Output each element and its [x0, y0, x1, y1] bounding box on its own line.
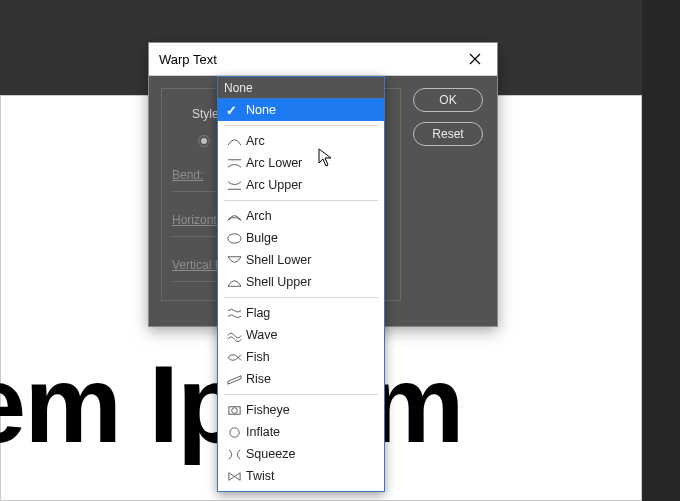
inflate-icon	[226, 424, 242, 440]
dropdown-item-twist[interactable]: Twist	[218, 465, 384, 487]
bulge-icon	[226, 230, 242, 246]
dropdown-item-arch[interactable]: Arch	[218, 205, 384, 227]
dropdown-separator	[224, 125, 378, 126]
svg-point-3	[229, 427, 238, 436]
dropdown-item-shell-lower[interactable]: Shell Lower	[218, 249, 384, 271]
dropdown-item-flag[interactable]: Flag	[218, 302, 384, 324]
wave-icon	[226, 327, 242, 343]
dropdown-item-shell-upper[interactable]: Shell Upper	[218, 271, 384, 293]
style-label: Style:	[172, 107, 222, 121]
shell-upper-icon	[226, 274, 242, 290]
twist-icon	[226, 468, 242, 484]
dialog-buttons: OK Reset	[413, 88, 483, 146]
rise-icon	[226, 371, 242, 387]
fisheye-icon	[226, 402, 242, 418]
dropdown-separator	[224, 297, 378, 298]
dropdown-header: None	[218, 77, 384, 99]
close-icon	[469, 53, 481, 65]
dropdown-item-none[interactable]: ✓ None	[218, 99, 384, 121]
squeeze-icon	[226, 446, 242, 462]
dropdown-item-arc-upper[interactable]: Arc Upper	[218, 174, 384, 196]
arc-upper-icon	[226, 177, 242, 193]
dropdown-item-arc-lower[interactable]: Arc Lower	[218, 152, 384, 174]
arc-lower-icon	[226, 155, 242, 171]
dropdown-item-fisheye[interactable]: Fisheye	[218, 399, 384, 421]
dropdown-item-squeeze[interactable]: Squeeze	[218, 443, 384, 465]
shell-lower-icon	[226, 252, 242, 268]
reset-button[interactable]: Reset	[413, 122, 483, 146]
horizontal-radio[interactable]	[198, 135, 210, 147]
ok-button[interactable]: OK	[413, 88, 483, 112]
arch-icon	[226, 208, 242, 224]
dialog-titlebar[interactable]: Warp Text	[149, 43, 497, 76]
dropdown-item-inflate[interactable]: Inflate	[218, 421, 384, 443]
close-button[interactable]	[463, 49, 487, 69]
dropdown-separator	[224, 200, 378, 201]
dropdown-item-fish[interactable]: Fish	[218, 346, 384, 368]
svg-point-2	[231, 407, 237, 413]
dropdown-separator	[224, 394, 378, 395]
fish-icon	[226, 349, 242, 365]
dropdown-item-arc[interactable]: Arc	[218, 130, 384, 152]
svg-point-0	[227, 233, 240, 242]
dialog-title: Warp Text	[159, 52, 217, 67]
dropdown-item-bulge[interactable]: Bulge	[218, 227, 384, 249]
app-sidebar	[642, 0, 680, 501]
dropdown-item-rise[interactable]: Rise	[218, 368, 384, 390]
arc-icon	[226, 133, 242, 149]
flag-icon	[226, 305, 242, 321]
dropdown-item-wave[interactable]: Wave	[218, 324, 384, 346]
check-icon: ✓	[226, 103, 237, 118]
style-dropdown: None ✓ None Arc Arc Lower Arc Upper Arch…	[217, 76, 385, 492]
